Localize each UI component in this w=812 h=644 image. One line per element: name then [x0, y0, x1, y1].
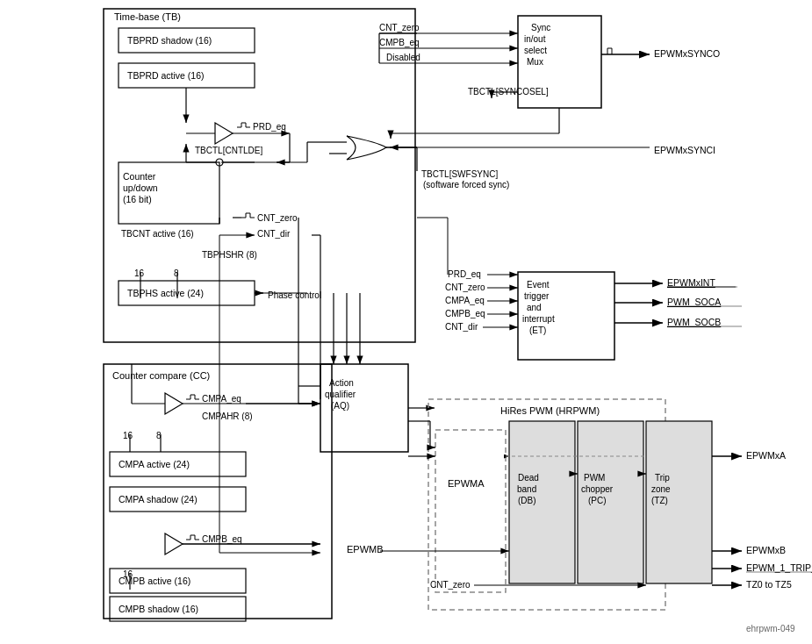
cnt-zero-label: CNT_zero — [257, 213, 298, 223]
trip-zone-label: EPWM_1_TRIP_ZONE — [746, 562, 812, 573]
hrpwm-label: HiRes PWM (HRPWM) — [500, 405, 600, 416]
et-label4: interrupt — [522, 314, 555, 324]
db-label2: band — [517, 484, 536, 494]
tbctl-swfsync-label: TBCTL[SWFSYNC] — [421, 169, 498, 179]
cc-bit16-label: 16 — [123, 431, 133, 440]
pc-label3: (PC) — [588, 496, 607, 505]
cmpa-eq-label: CMPA_eq — [202, 394, 241, 404]
epwmxa-label: EPWMxA — [746, 450, 786, 461]
epwma-label: EPWMA — [448, 478, 485, 489]
tz0-tz5-label: TZ0 to TZ5 — [746, 579, 792, 590]
sync-label2: in/out — [524, 34, 546, 44]
epwmxsynci-label: EPWMxSYNCI — [654, 145, 715, 155]
cmpb-eq-sync-label: CMPB_eq — [379, 38, 420, 47]
tz-label1: Trip — [655, 473, 670, 483]
cmpa-active-label: CMPA active (24) — [119, 459, 190, 469]
phase-control-label: Phase control — [268, 290, 321, 300]
cmpb-shadow-label: CMPB shadow (16) — [119, 604, 198, 614]
cmpahr-label: CMPAHR (8) — [202, 411, 253, 421]
prd-eq-et-label: PRD_eq — [448, 269, 481, 279]
cnt-zero-sync-label: CNT_zero — [379, 23, 420, 32]
et-label1: Event — [527, 280, 550, 290]
db-label1: Dead — [518, 473, 539, 483]
cmpb-active-label: CMPB active (16) — [119, 576, 190, 586]
pc-label2: chopper — [581, 484, 614, 494]
cnt-dir-label: CNT_dir — [257, 229, 291, 239]
epwmxb-label: EPWMxB — [746, 545, 786, 555]
tbphs-active-label: TBPHS active (24) — [127, 288, 204, 298]
tbctl-cntlde-label: TBCTL[CNTLDE] — [195, 146, 262, 155]
software-forced-sync-label: (software forced sync) — [423, 180, 509, 190]
pwm-socb-label: PWM_SOCB — [667, 317, 721, 327]
aq-label1: Action — [329, 378, 354, 388]
tbphshr-label: TBPHSHR (8) — [202, 250, 257, 260]
pc-label1: PWM — [584, 473, 605, 483]
counter-updown-label: Counter — [123, 171, 156, 182]
counter-updown-label3: (16 bit) — [123, 194, 152, 204]
watermark-label: ehrpwm-049 — [746, 624, 795, 633]
tbcnt-active-label: TBCNT active (16) — [121, 229, 194, 239]
cnt-dir-et-label: CNT_dir — [445, 322, 478, 332]
diagram-container: Time-base (TB) TBPRD shadow (16) TBPRD a… — [0, 0, 812, 644]
sync-label1: Sync — [531, 23, 550, 32]
et-label2: trigger — [524, 291, 550, 301]
tbprd-shadow-label: TBPRD shadow (16) — [127, 35, 212, 46]
cmpb-eq-et-label: CMPB_eq — [445, 309, 485, 318]
cc-label: Counter compare (CC) — [112, 370, 210, 381]
bit16-label: 16 — [134, 268, 145, 278]
cmpb-eq-label: CMPB_eq — [202, 534, 242, 544]
aq-label3: (AQ) — [331, 401, 349, 411]
disabled-sync-label: Disabled — [386, 53, 420, 62]
sync-label4: Mux — [527, 57, 543, 67]
sync-label3: select — [524, 46, 547, 55]
et-label5: (ET) — [529, 326, 546, 335]
db-label3: (DB) — [518, 496, 536, 505]
epwmb-label: EPWMB — [347, 544, 384, 555]
tz-input-label: CNT_zero — [430, 580, 471, 590]
tz-label3: (TZ) — [651, 496, 668, 505]
cmpa-eq-et-label: CMPA_eq — [445, 296, 485, 305]
cnt-zero-et-label: CNT_zero — [445, 283, 485, 292]
prd-eq-label: PRD_eq — [253, 122, 286, 132]
tz-label2: zone — [651, 484, 671, 494]
bit8-label: 8 — [174, 268, 179, 278]
cmpa-shadow-label: CMPA shadow (24) — [119, 494, 198, 504]
epwmxint-label: EPWMxINT — [667, 277, 715, 288]
pwm-soca-label: PWM_SOCA — [667, 297, 721, 307]
tbprd-active-label: TBPRD active (16) — [127, 70, 205, 81]
et-label3: and — [527, 303, 542, 312]
time-base-label: Time-base (TB) — [114, 11, 181, 22]
counter-updown-label2: up/down — [123, 182, 158, 193]
epwmxsynco-label: EPWMxSYNCO — [654, 48, 720, 59]
aq-label2: qualifier — [325, 390, 356, 399]
